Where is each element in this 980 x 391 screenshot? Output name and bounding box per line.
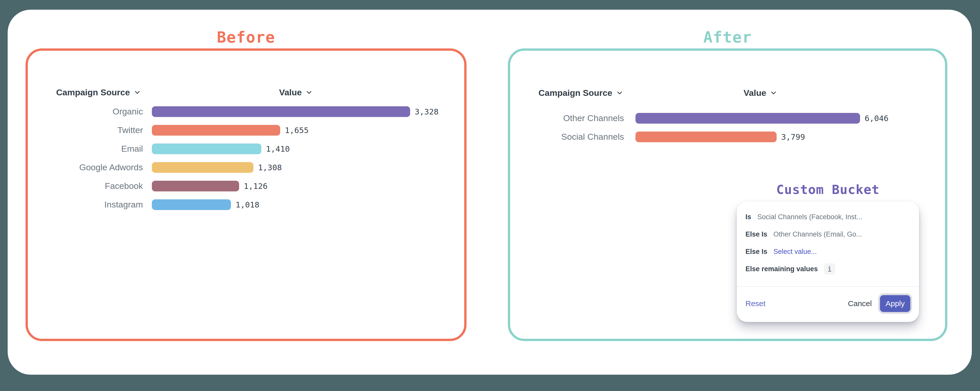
row-label: Email — [41, 144, 143, 154]
chevron-down-icon — [134, 89, 141, 96]
chevron-down-icon — [305, 89, 313, 96]
bar-value-label: 6,046 — [865, 114, 888, 123]
table-row: Twitter1,655 — [41, 121, 438, 139]
before-dimension-header-label: Campaign Source — [56, 87, 130, 98]
table-row: Instagram1,018 — [41, 195, 438, 214]
before-dimension-header[interactable]: Campaign Source — [56, 87, 141, 98]
table-row: Facebook1,126 — [41, 177, 438, 195]
rule-prefix: Else Is — [746, 248, 767, 256]
table-row: Other Channels6,046 — [522, 109, 888, 127]
bar[interactable] — [152, 181, 239, 192]
after-title: After — [508, 27, 947, 47]
after-measure-header[interactable]: Value — [722, 87, 799, 98]
bar-value-label: 3,799 — [781, 132, 805, 141]
chevron-down-icon — [770, 89, 777, 97]
before-measure-header[interactable]: Value — [258, 87, 334, 98]
bar[interactable] — [152, 125, 280, 136]
row-label: Instagram — [41, 199, 143, 209]
bucket-rule-row: Is Social Channels (Facebook, Inst... — [746, 208, 910, 226]
after-measure-header-label: Value — [744, 87, 767, 98]
bar-value-label: 1,655 — [285, 126, 309, 135]
row-label: Social Channels — [522, 132, 624, 142]
reset-button[interactable]: Reset — [746, 299, 765, 308]
row-label: Other Channels — [522, 113, 624, 123]
bucket-rule-row: Else Is Other Channels (Email, Go... — [746, 226, 910, 243]
bar-value-label: 3,328 — [415, 107, 438, 116]
table-row: Organic3,328 — [41, 102, 438, 121]
chevron-down-icon — [616, 89, 624, 97]
info-icon[interactable]: i — [824, 263, 835, 274]
rule-value-other-channels[interactable]: Other Channels (Email, Go... — [773, 230, 862, 238]
before-table-rows: Organic3,328Twitter1,655Email1,410Google… — [41, 102, 438, 214]
bucket-rules-list: Is Social Channels (Facebook, Inst... El… — [737, 202, 919, 277]
bar[interactable] — [152, 199, 231, 210]
row-label: Facebook — [41, 181, 143, 191]
before-measure-header-label: Value — [279, 87, 302, 98]
popup-footer: Reset Cancel Apply — [737, 287, 919, 322]
table-row: Email1,410 — [41, 139, 438, 158]
bar[interactable] — [635, 131, 776, 142]
rule-prefix: Else remaining values — [746, 265, 818, 273]
table-row: Social Channels3,799 — [522, 127, 888, 146]
row-label: Organic — [41, 106, 143, 117]
rule-value-social-channels[interactable]: Social Channels (Facebook, Inst... — [757, 213, 862, 221]
bar-value-label: 1,308 — [258, 163, 282, 172]
bar[interactable] — [152, 162, 253, 173]
bar[interactable] — [152, 144, 261, 154]
custom-bucket-popup: Is Social Channels (Facebook, Inst... El… — [737, 202, 919, 322]
after-table-rows: Other Channels6,046Social Channels3,799 — [522, 109, 888, 146]
custom-bucket-title: Custom Bucket — [737, 182, 919, 198]
bar-value-label: 1,126 — [244, 182, 267, 191]
rule-prefix: Else Is — [746, 230, 767, 238]
bar[interactable] — [635, 113, 860, 123]
after-dimension-header[interactable]: Campaign Source — [538, 87, 624, 98]
cancel-button[interactable]: Cancel — [846, 297, 873, 310]
after-dimension-header-label: Campaign Source — [538, 87, 612, 98]
bucket-rule-row: Else remaining values i — [746, 260, 910, 277]
bar-value-label: 1,018 — [235, 200, 259, 209]
row-label: Google Adwords — [41, 162, 143, 172]
table-row: Google Adwords1,308 — [41, 158, 438, 177]
rule-prefix: Is — [746, 213, 751, 221]
row-label: Twitter — [41, 125, 143, 135]
bucket-rule-row: Else Is Select value... — [746, 243, 910, 260]
apply-button[interactable]: Apply — [880, 295, 910, 312]
bar[interactable] — [152, 106, 410, 117]
before-title: Before — [25, 27, 466, 47]
bar-value-label: 1,410 — [266, 144, 290, 154]
select-value-link[interactable]: Select value... — [773, 248, 817, 256]
screenshot-stage: Before After Campaign Source Value Organ… — [0, 0, 980, 391]
